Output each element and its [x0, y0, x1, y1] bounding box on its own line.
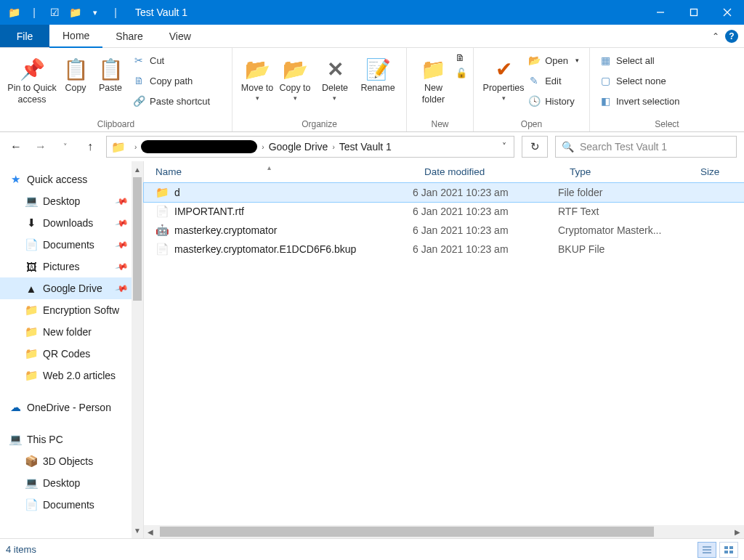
move-to-button[interactable]: 📂 Move to	[238, 52, 276, 102]
address-bar[interactable]: 📁 › › Google Drive › Test Vault 1 ˅	[106, 136, 514, 158]
sidebar-scrollbar[interactable]: ▲ ▼	[132, 161, 143, 538]
folder-icon	[155, 186, 169, 199]
help-icon[interactable]: ?	[725, 30, 738, 43]
file-row[interactable]: IMPORTANT.rtf 6 Jan 2021 10:23 am RTF Te…	[144, 202, 744, 221]
cut-button[interactable]: ✂Cut	[132, 52, 214, 68]
folder-icon: 📄	[25, 238, 38, 251]
scroll-thumb[interactable]	[133, 177, 142, 301]
sidebar-item-downloads[interactable]: ⬇Downloads📌	[0, 212, 143, 234]
file-row[interactable]: d 6 Jan 2021 10:23 am File folder	[144, 183, 744, 202]
open-button[interactable]: 📂Open▾	[527, 52, 583, 68]
breadcrumb-sep-icon[interactable]: ›	[130, 143, 141, 151]
scroll-right-icon[interactable]: ▶	[731, 528, 744, 536]
sidebar-item-documents[interactable]: 📄Documents📌	[0, 234, 143, 256]
breadcrumb-seg-drive[interactable]: Google Drive	[269, 141, 328, 153]
sidebar-item-desktop[interactable]: 💻Desktop	[0, 472, 143, 494]
file-icon	[155, 205, 169, 218]
title-bar: 📁 | ☑ 📁 ▾ | Test Vault 1	[0, 0, 744, 25]
file-date: 6 Jan 2021 10:23 am	[413, 206, 558, 217]
qat-folder2-icon[interactable]: 📁	[68, 6, 81, 19]
minimize-button[interactable]	[644, 0, 677, 25]
tab-home[interactable]: Home	[49, 25, 102, 48]
easy-access-icon[interactable]: 🔓	[456, 68, 467, 78]
sort-asc-icon: ▴	[267, 163, 271, 171]
column-size[interactable]: Size	[689, 166, 744, 177]
copy-to-button[interactable]: 📂 Copy to	[276, 52, 314, 102]
sidebar-item-google-drive[interactable]: ▲Google Drive📌	[0, 277, 143, 299]
invert-selection-button[interactable]: ◧Invert selection	[599, 93, 684, 109]
addr-folder-icon: 📁	[111, 140, 126, 154]
file-row[interactable]: masterkey.cryptomator.E1DCD6F6.bkup 6 Ja…	[144, 240, 744, 259]
copy-icon: 📋	[63, 55, 89, 83]
tree-onedrive[interactable]: ☁ OneDrive - Person	[0, 397, 143, 418]
maximize-button[interactable]	[677, 0, 711, 25]
horizontal-scrollbar[interactable]: ◀ ▶	[144, 525, 744, 538]
pin-to-quick-access-button[interactable]: 📌 Pin to Quick access	[6, 52, 58, 105]
scroll-up-icon[interactable]: ▲	[132, 163, 143, 176]
sidebar-item-pictures[interactable]: 🖼Pictures📌	[0, 256, 143, 277]
breadcrumb-sep-icon[interactable]: ›	[328, 143, 339, 151]
scroll-down-icon[interactable]: ▼	[132, 524, 143, 537]
tree-quick-access[interactable]: ★ Quick access	[0, 169, 143, 190]
search-input[interactable]: 🔍 Search Test Vault 1	[555, 136, 737, 158]
column-date[interactable]: Date modified	[413, 166, 558, 177]
qat-dropdown-icon[interactable]: ▾	[89, 6, 102, 19]
nav-recent-dropdown[interactable]: ˅	[57, 142, 74, 152]
nav-back-button[interactable]: ←	[7, 140, 25, 153]
sidebar-item-qr-codes[interactable]: 📁QR Codes	[0, 343, 143, 365]
navigation-pane: ★ Quick access 💻Desktop📌⬇Downloads📌📄Docu…	[0, 161, 144, 538]
view-details-button[interactable]	[698, 542, 716, 558]
edit-button[interactable]: ✎Edit	[527, 73, 583, 89]
file-list[interactable]: d 6 Jan 2021 10:23 am File folderIMPORTA…	[144, 183, 744, 525]
new-item-icon[interactable]: 🗎	[456, 52, 467, 63]
sidebar-item-desktop[interactable]: 💻Desktop📌	[0, 190, 143, 212]
breadcrumb-sep-icon[interactable]: ›	[257, 143, 268, 151]
nav-forward-button[interactable]: →	[32, 140, 49, 153]
copy-path-button[interactable]: 🗎Copy path	[132, 73, 214, 89]
hscroll-thumb[interactable]	[160, 527, 654, 537]
group-label-new: New	[407, 119, 473, 131]
column-type[interactable]: Type	[558, 166, 689, 177]
history-button[interactable]: 🕓History	[527, 93, 583, 109]
delete-button[interactable]: ✕ Delete	[314, 52, 356, 102]
column-headers: Name▴ Date modified Type Size	[144, 161, 744, 183]
qat-properties-icon[interactable]: ☑	[48, 6, 61, 19]
group-label-organize: Organize	[232, 119, 406, 131]
tree-this-pc[interactable]: 💻 This PC	[0, 429, 143, 450]
refresh-button[interactable]: ↻	[522, 136, 548, 158]
sidebar-item-3d-objects[interactable]: 📦3D Objects	[0, 450, 143, 472]
new-folder-button[interactable]: 📁 New folder	[413, 52, 454, 105]
folder-icon: 📦	[25, 455, 38, 468]
history-icon: 🕓	[527, 94, 541, 107]
view-thumbnails-button[interactable]	[719, 542, 738, 558]
paste-shortcut-button[interactable]: 🔗Paste shortcut	[132, 93, 214, 109]
tab-view[interactable]: View	[156, 25, 204, 47]
cloud-icon: ☁	[9, 401, 22, 414]
close-button[interactable]	[711, 0, 744, 25]
tab-share[interactable]: Share	[102, 25, 155, 47]
ribbon-group-new: 📁 New folder 🗎 🔓 New	[407, 48, 474, 131]
ribbon-collapse-icon[interactable]: ⌃	[712, 31, 719, 41]
sidebar-item-new-folder[interactable]: 📁New folder	[0, 321, 143, 343]
nav-toolbar: ← → ˅ ↑ 📁 › › Google Drive › Test Vault …	[0, 132, 744, 161]
select-none-button[interactable]: ▢Select none	[599, 73, 684, 89]
file-type: RTF Text	[558, 206, 689, 217]
select-all-button[interactable]: ▦Select all	[599, 52, 684, 68]
copy-button[interactable]: 📋 Copy	[58, 52, 93, 94]
icons-view-icon	[724, 545, 734, 554]
properties-button[interactable]: ✔ Properties	[480, 52, 527, 102]
scroll-left-icon[interactable]: ◀	[144, 528, 157, 536]
sidebar-item-encryption-softw[interactable]: 📁Encryption Softw	[0, 299, 143, 321]
file-name: IMPORTANT.rtf	[174, 206, 244, 217]
column-name[interactable]: Name▴	[144, 166, 413, 177]
qat-folder-icon[interactable]: 📁	[7, 6, 20, 19]
sidebar-item-documents[interactable]: 📄Documents	[0, 494, 143, 516]
file-row[interactable]: 🤖masterkey.cryptomator 6 Jan 2021 10:23 …	[144, 221, 744, 240]
sidebar-item-web-2-0-articles[interactable]: 📁Web 2.0 articles	[0, 365, 143, 386]
addr-history-dropdown[interactable]: ˅	[499, 142, 509, 152]
nav-up-button[interactable]: ↑	[81, 140, 99, 153]
tab-file[interactable]: File	[0, 25, 49, 47]
paste-button[interactable]: 📋 Paste	[93, 52, 128, 94]
rename-button[interactable]: 📝 Rename	[356, 52, 400, 94]
breadcrumb-seg-current[interactable]: Test Vault 1	[339, 141, 392, 153]
